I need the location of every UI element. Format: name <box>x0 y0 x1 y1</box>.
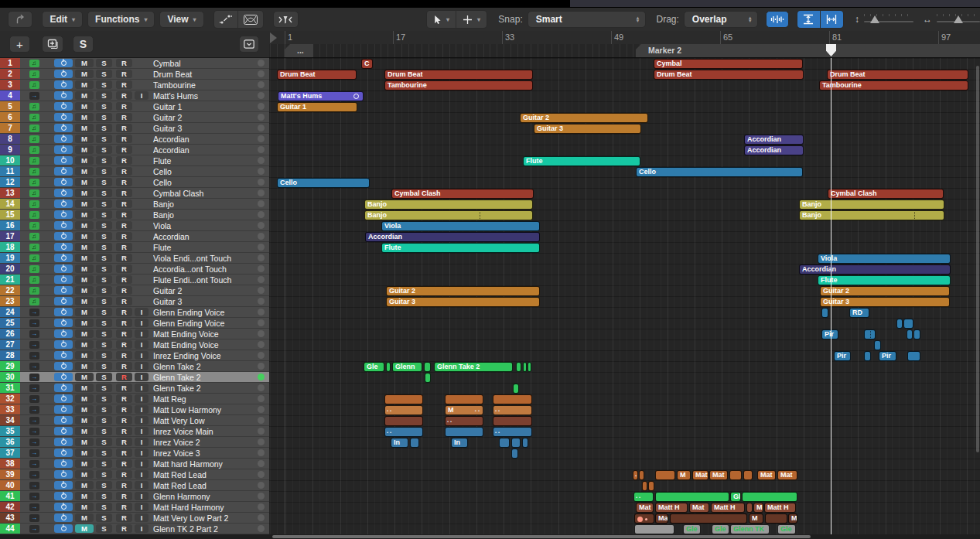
track-on-off-button[interactable] <box>54 59 73 67</box>
region-clip[interactable] <box>907 329 913 339</box>
track-row[interactable]: 13♫MSRICymbal Clash <box>0 188 269 199</box>
track-name[interactable]: Flute <box>153 243 258 252</box>
drag-dropdown[interactable]: Overlap ▲▼ <box>684 11 758 28</box>
region-guitar-1[interactable]: Guitar 1 <box>277 102 357 112</box>
record-enable-button[interactable]: R <box>116 297 132 305</box>
region-clip[interactable] <box>499 438 510 448</box>
track-on-off-button[interactable] <box>54 275 73 284</box>
track-row[interactable]: 36→MSRIInrez Voice 2 <box>0 437 269 448</box>
record-enable-button[interactable]: R <box>116 167 132 176</box>
region-drum-beat[interactable]: Drum Beat <box>277 70 357 80</box>
region-clip[interactable] <box>425 373 431 383</box>
region-clip[interactable] <box>903 319 913 329</box>
region-banjo[interactable]: Banjo <box>799 210 944 220</box>
track-row[interactable]: 42→MSRIMatt Hard Harmony <box>0 502 269 513</box>
marker-lane[interactable]: ...Marker 2 <box>269 44 980 57</box>
region-accordian[interactable]: Accordian <box>365 232 540 242</box>
track-on-off-button[interactable] <box>54 178 73 186</box>
track-row[interactable]: 25→MSRIGlenn Ending Voice <box>0 318 269 329</box>
record-enable-button[interactable]: R <box>116 200 132 208</box>
region-clip[interactable] <box>513 384 519 394</box>
record-enable-button[interactable]: R <box>116 91 132 100</box>
record-enable-button[interactable]: R <box>116 243 132 251</box>
solo-button[interactable]: S <box>96 178 112 186</box>
track-row[interactable]: 3♫MSRITambourine <box>0 80 269 90</box>
region-drum-beat[interactable]: Drum Beat <box>384 70 533 80</box>
mute-button[interactable]: M <box>75 243 94 251</box>
input-monitor-button[interactable]: I <box>135 405 149 414</box>
track-row[interactable]: 16♫MSRIViola <box>0 220 269 231</box>
record-enable-button[interactable]: R <box>116 470 132 479</box>
track-on-off-button[interactable] <box>54 513 73 522</box>
track-on-off-button[interactable] <box>54 232 73 241</box>
input-monitor-button[interactable]: I <box>135 503 149 511</box>
input-monitor-button[interactable]: I <box>135 362 149 370</box>
solo-button[interactable]: S <box>96 340 112 349</box>
solo-header-button[interactable]: S <box>73 36 94 53</box>
record-enable-button[interactable]: R <box>116 362 132 370</box>
track-row[interactable]: 1♫MSRICymbal <box>0 58 269 69</box>
record-enable-button[interactable]: R <box>116 524 132 533</box>
track-row[interactable]: 33→MSRIMatt Low Harmony <box>0 404 269 415</box>
record-enable-button[interactable]: R <box>116 221 132 230</box>
region-clip[interactable] <box>634 524 674 534</box>
pencil-tool-button[interactable]: ▾ <box>456 11 487 28</box>
solo-button[interactable]: S <box>96 264 112 273</box>
track-on-off-button[interactable] <box>54 329 73 338</box>
region-gle[interactable]: Gle <box>777 524 796 534</box>
solo-button[interactable]: S <box>96 438 112 446</box>
track-row[interactable]: 14♫MSRIBanjo <box>0 199 269 210</box>
track-on-off-button[interactable] <box>54 384 73 392</box>
track-on-off-button[interactable] <box>54 221 73 230</box>
flex-crossfade-button[interactable] <box>238 11 263 28</box>
track-row[interactable]: 21♫MSRIFlute Endi...ont Touch <box>0 275 269 285</box>
solo-button[interactable]: S <box>96 319 112 327</box>
mute-button[interactable]: M <box>75 492 94 500</box>
track-row[interactable]: 22♫MSRIGuitar 2 <box>0 285 269 296</box>
track-on-off-button[interactable] <box>54 449 73 457</box>
track-name[interactable]: Accordian <box>153 232 258 241</box>
track-name[interactable]: Matt Very Low <box>153 416 258 425</box>
input-monitor-button[interactable]: I <box>135 438 149 446</box>
region-clip[interactable] <box>384 394 423 404</box>
solo-button[interactable]: S <box>96 351 112 360</box>
track-name[interactable]: Inrez Voice 2 <box>153 438 258 447</box>
input-monitor-button[interactable]: I <box>135 416 149 425</box>
mute-button[interactable]: M <box>75 80 94 89</box>
region-clip[interactable] <box>445 427 483 437</box>
record-enable-button[interactable]: R <box>116 459 132 468</box>
region-clip[interactable]: •• <box>493 427 532 437</box>
record-enable-button[interactable]: R <box>116 319 132 327</box>
region-in[interactable]: In <box>451 438 468 448</box>
track-on-off-button[interactable] <box>54 254 73 262</box>
region-matt-s-hums[interactable]: Matt's Hums <box>278 91 364 101</box>
track-name[interactable]: Matt Very Low Part 2 <box>153 513 258 523</box>
track-name[interactable]: Matt Red Lead <box>153 470 258 479</box>
region-matt-h[interactable]: Matt H <box>764 503 796 513</box>
region-clip[interactable] <box>424 362 431 372</box>
record-enable-button[interactable]: R <box>116 59 132 67</box>
record-enable-button[interactable]: R <box>116 394 132 403</box>
track-row[interactable]: 41→MSRIGlenn Harmony <box>0 491 269 502</box>
track-name[interactable]: Glenn Take 2 <box>153 362 258 371</box>
input-monitor-button[interactable]: I <box>135 513 149 522</box>
mute-button[interactable]: M <box>75 319 94 327</box>
track-on-off-button[interactable] <box>54 243 73 251</box>
undo-back-button[interactable] <box>8 11 32 28</box>
region-clip[interactable] <box>445 394 483 404</box>
input-monitor-button[interactable]: I <box>135 481 149 490</box>
track-on-off-button[interactable] <box>54 394 73 403</box>
input-monitor-button[interactable]: I <box>135 308 149 316</box>
solo-button[interactable]: S <box>96 373 112 381</box>
mute-button[interactable]: M <box>75 373 94 381</box>
record-enable-button[interactable]: R <box>116 80 132 89</box>
region-clip[interactable] <box>648 481 654 491</box>
mute-button[interactable]: M <box>75 416 94 425</box>
region-clip[interactable] <box>639 470 644 480</box>
vertical-zoom-slider[interactable]: ↕ <box>855 14 913 25</box>
mute-button[interactable]: M <box>75 362 94 370</box>
region-matt-h[interactable]: Matt H <box>711 503 745 513</box>
region-clip[interactable] <box>913 329 920 339</box>
track-on-off-button[interactable] <box>54 427 73 435</box>
region-clip[interactable] <box>821 308 828 318</box>
